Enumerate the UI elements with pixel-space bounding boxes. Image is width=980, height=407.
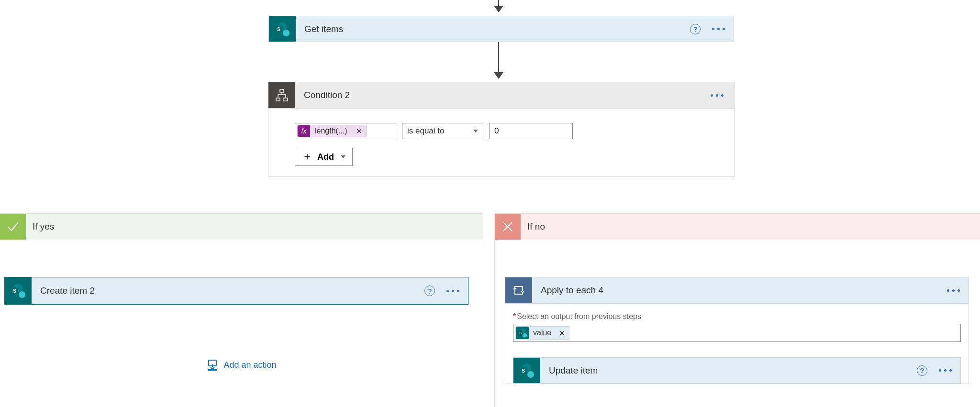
value-token: S value ✕ (515, 326, 569, 340)
add-action-button[interactable]: Add an action (206, 359, 276, 371)
condition-container: Condition 2 fx length(...) ✕ is equal to… (268, 82, 735, 177)
svg-rect-4 (207, 369, 217, 371)
action-update-item[interactable]: S Update item ? (513, 357, 961, 384)
apply-to-each-title: Apply to each 4 (532, 285, 938, 296)
action-create-item[interactable]: S Create item 2 ? (4, 277, 468, 305)
condition-title: Condition 2 (295, 90, 700, 100)
condition-row: fx length(...) ✕ is equal to (295, 123, 708, 139)
add-condition-button[interactable]: ＋ Add (295, 148, 353, 166)
sharepoint-icon: S (513, 358, 540, 383)
remove-expression-icon[interactable]: ✕ (352, 127, 366, 136)
help-icon[interactable]: ? (690, 24, 701, 34)
action-get-items[interactable]: S Get items ? (268, 16, 734, 42)
sharepoint-icon: S (516, 327, 529, 339)
more-icon[interactable] (947, 289, 960, 292)
condition-icon (268, 82, 295, 108)
apply-to-each-container: Apply to each 4 *Select an output from p… (505, 277, 969, 384)
action-title: Get items (296, 24, 690, 34)
check-icon (0, 214, 26, 240)
chevron-down-icon (473, 130, 478, 132)
loop-icon (505, 277, 532, 303)
svg-rect-2 (284, 98, 288, 101)
fx-icon: fx (298, 125, 310, 137)
more-icon[interactable] (446, 290, 459, 292)
add-action-icon (206, 359, 218, 371)
sharepoint-icon: S (5, 277, 32, 304)
svg-rect-0 (280, 89, 284, 92)
plus-icon: ＋ (302, 151, 312, 162)
close-icon (495, 214, 521, 240)
branch-if-no: If no Apply to each 4 *Select an output … (494, 213, 980, 407)
condition-left-operand[interactable]: fx length(...) ✕ (295, 123, 396, 139)
remove-token-icon[interactable]: ✕ (555, 329, 569, 338)
help-icon[interactable]: ? (917, 365, 927, 376)
more-icon[interactable] (711, 94, 724, 97)
more-icon[interactable] (712, 28, 725, 30)
help-icon[interactable]: ? (424, 286, 435, 296)
more-icon[interactable] (939, 369, 952, 372)
action-title: Update item (540, 365, 917, 376)
chevron-down-icon (341, 155, 345, 158)
branch-if-yes: If yes S Create item 2 ? (0, 213, 483, 407)
action-title: Create item 2 (32, 286, 424, 296)
apply-output-input[interactable]: S value ✕ (513, 324, 961, 342)
condition-value-input[interactable] (489, 123, 573, 139)
sharepoint-icon: S (269, 16, 296, 42)
branch-no-label: If no (521, 221, 545, 232)
branch-yes-label: If yes (26, 221, 54, 232)
apply-field-label: *Select an output from previous steps (513, 312, 961, 321)
condition-operator-select[interactable]: is equal to (402, 123, 483, 139)
svg-rect-1 (276, 98, 280, 101)
